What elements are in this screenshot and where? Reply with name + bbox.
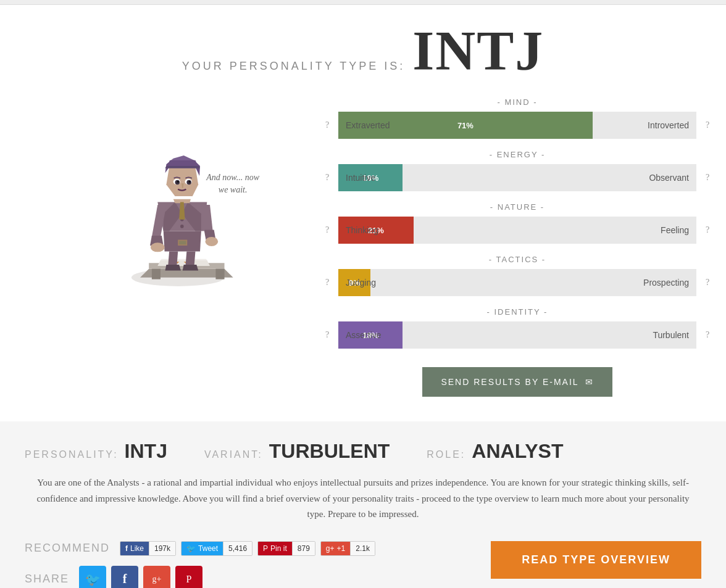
trait-left-label-tactics: Judging	[346, 278, 376, 288]
gplus-icon-btn[interactable]: g+ +1	[321, 542, 350, 555]
svg-point-33	[177, 181, 179, 183]
fb-count: 197k	[149, 542, 175, 555]
question-icon-tactics-right[interactable]: ?	[701, 278, 714, 288]
personality-label-item: PERSONALITY: INTJ	[25, 440, 167, 463]
top-bar	[0, 0, 726, 5]
question-icon-energy-left[interactable]: ?	[321, 173, 333, 183]
share-label: SHARE	[25, 573, 69, 586]
trait-right-label-identity: Turbulent	[653, 330, 689, 340]
role-key: ROLE:	[427, 449, 465, 460]
trait-bar-energy: Intuitive 18% Observant	[338, 164, 696, 191]
share-facebook-button[interactable]: f	[111, 566, 138, 589]
svg-marker-11	[165, 265, 181, 270]
pinterest-button[interactable]: P Pin it 879	[257, 541, 315, 556]
question-icon-mind-right[interactable]: ?	[701, 120, 714, 130]
share-twitter-button[interactable]: 🐦	[79, 566, 106, 589]
twitter-count: 5,416	[223, 542, 252, 555]
personality-type-heading: INTJ	[412, 23, 544, 79]
recommend-label: RECOMMEND	[25, 542, 110, 555]
email-icon: ✉	[585, 377, 594, 387]
facebook-icon: f	[125, 544, 128, 553]
twitter-bird-icon: 🐦	[186, 544, 196, 553]
trait-bar-tactics: Judging 9% Prospecting	[338, 269, 696, 296]
description-text: You are one of the Analysts - a rational…	[36, 475, 690, 523]
trait-category-energy: - ENERGY -	[321, 150, 714, 159]
trait-bar-identity: Assertive 18% Turbulent	[338, 321, 696, 349]
content-row: And now... now we wait. - MIND - ? Extra…	[12, 97, 714, 409]
svg-marker-27	[165, 166, 200, 168]
bottom-section: PERSONALITY: INTJ VARIANT: TURBULENT ROL…	[0, 421, 726, 588]
svg-point-20	[180, 225, 184, 228]
trait-category-identity: - IDENTITY -	[321, 307, 714, 317]
trait-category-mind: - MIND -	[321, 97, 714, 107]
bottom-right-col: READ TYPE OVERVIEW	[491, 541, 701, 579]
bottom-labels: PERSONALITY: INTJ VARIANT: TURBULENT ROL…	[25, 440, 701, 463]
trait-group-identity: - IDENTITY - ? Assertive 18% Turbulent ?	[321, 307, 714, 349]
trait-left-label-nature: Thinking	[346, 225, 378, 235]
variant-value: TURBULENT	[269, 440, 390, 463]
character-caption: And now... now we wait.	[206, 172, 259, 196]
trait-left-label-identity: Assertive	[346, 330, 382, 340]
facebook-button[interactable]: f Like 197k	[120, 541, 176, 556]
pinterest-icon: P	[263, 544, 268, 553]
character-illustration	[62, 97, 259, 295]
send-results-container: SEND RESULTS BY E-MAIL ✉	[321, 367, 714, 397]
bottom-two-col: RECOMMEND f Like 197k 🐦 Twee	[25, 541, 701, 589]
gplus-count: 2.1k	[350, 542, 375, 555]
trait-bar-mind: Extraverted 71% Introverted	[338, 112, 696, 139]
trait-bar-nature: Thinking 21% Feeling	[338, 217, 696, 244]
bottom-left-col: RECOMMEND f Like 197k 🐦 Twee	[25, 541, 466, 589]
trait-percent-mind: 71%	[457, 121, 474, 130]
title-section: YOUR PERSONALITY TYPE IS: INTJ	[12, 23, 714, 79]
role-label-item: ROLE: ANALYST	[427, 440, 563, 463]
question-icon-tactics-left[interactable]: ?	[321, 278, 333, 288]
title-label: YOUR PERSONALITY TYPE IS:	[182, 60, 405, 73]
trait-row-tactics: ? Judging 9% Prospecting ?	[321, 269, 714, 296]
svg-marker-6	[161, 259, 207, 260]
fb-icon-btn[interactable]: f Like	[120, 542, 149, 555]
svg-marker-10	[185, 251, 195, 266]
trait-row-identity: ? Assertive 18% Turbulent ?	[321, 321, 714, 349]
pinterest-icon-btn[interactable]: P Pin it	[258, 542, 292, 555]
send-results-button[interactable]: SEND RESULTS BY E-MAIL ✉	[422, 367, 612, 397]
trait-group-tactics: - TACTICS - ? Judging 9% Prospecting ?	[321, 255, 714, 296]
trait-right-label-energy: Observant	[649, 173, 689, 183]
personality-value: INTJ	[125, 440, 167, 463]
trait-bars-section: - MIND - ? Extraverted 71% Introverted ?…	[321, 97, 714, 409]
trait-right-label-tactics: Prospecting	[643, 278, 689, 288]
question-icon-energy-right[interactable]: ?	[701, 173, 714, 183]
share-row: SHARE 🐦 f g+ P	[25, 566, 466, 589]
svg-marker-12	[183, 265, 198, 270]
left-section: And now... now we wait.	[12, 97, 309, 344]
question-icon-mind-left[interactable]: ?	[321, 120, 333, 130]
svg-rect-15	[179, 241, 186, 244]
twitter-icon-btn[interactable]: 🐦 Tweet	[182, 542, 223, 555]
trait-left-label-energy: Intuitive	[346, 173, 375, 183]
question-icon-nature-left[interactable]: ?	[321, 225, 333, 235]
trait-row-mind: ? Extraverted 71% Introverted ?	[321, 112, 714, 139]
svg-rect-4	[215, 269, 224, 280]
social-buttons: f Like 197k 🐦 Tweet 5,416	[120, 541, 375, 556]
gplus-icon: g+	[326, 544, 335, 553]
trait-left-label-mind: Extraverted	[346, 120, 390, 130]
trait-group-energy: - ENERGY - ? Intuitive 18% Observant ?	[321, 150, 714, 191]
question-icon-nature-right[interactable]: ?	[701, 225, 714, 235]
trait-row-nature: ? Thinking 21% Feeling ?	[321, 217, 714, 244]
trait-right-label-mind: Introverted	[648, 120, 689, 130]
pinterest-count: 879	[292, 542, 315, 555]
question-icon-identity-left[interactable]: ?	[321, 330, 333, 340]
trait-row-energy: ? Intuitive 18% Observant ?	[321, 164, 714, 191]
trait-category-nature: - NATURE -	[321, 202, 714, 212]
main-content: YOUR PERSONALITY TYPE IS: INTJ	[0, 5, 726, 409]
role-value: ANALYST	[472, 440, 563, 463]
share-pinterest-button[interactable]: P	[175, 566, 202, 589]
question-icon-identity-right[interactable]: ?	[701, 330, 714, 340]
share-gplus-button[interactable]: g+	[143, 566, 170, 589]
share-icons: 🐦 f g+ P	[79, 566, 202, 589]
twitter-button[interactable]: 🐦 Tweet 5,416	[181, 541, 252, 556]
trait-group-nature: - NATURE - ? Thinking 21% Feeling ?	[321, 202, 714, 244]
variant-label-item: VARIANT: TURBULENT	[204, 440, 390, 463]
gplus-button[interactable]: g+ +1 2.1k	[320, 541, 375, 556]
trait-category-tactics: - TACTICS -	[321, 255, 714, 264]
read-type-overview-button[interactable]: READ TYPE OVERVIEW	[491, 541, 701, 579]
